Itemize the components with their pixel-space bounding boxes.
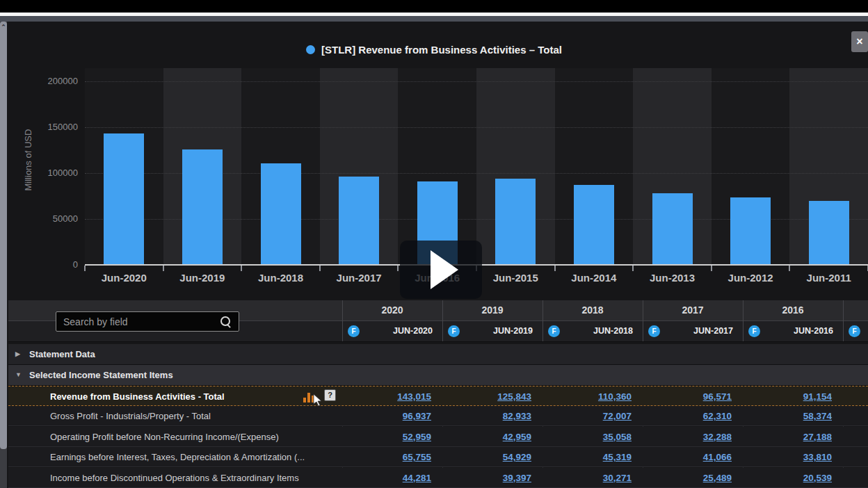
value-link[interactable]: 30,271 [542, 468, 643, 488]
year-header-2019: 2019 [442, 300, 542, 320]
table-row[interactable]: Earnings before Interest, Taxes, Depreci… [8, 447, 868, 467]
play-button[interactable] [400, 241, 482, 299]
x-tick-label: Jun-2012 [712, 272, 789, 284]
x-tick-mark [241, 266, 242, 271]
period-header-JUN-2019: JUN-2019 [442, 321, 542, 341]
selected-row-icons: ? [303, 389, 346, 407]
flag-button[interactable]: F [849, 325, 860, 337]
table-row[interactable]: Operating Profit before Non-Recurring In… [8, 427, 868, 447]
y-tick-label: 50000 [26, 213, 78, 225]
search-input[interactable] [62, 314, 214, 330]
value-link[interactable]: 143,015 [342, 387, 442, 407]
x-tick-label: Jun-2011 [790, 272, 868, 284]
value-link[interactable]: 44,281 [342, 468, 442, 488]
section-selected-income-statement-items[interactable]: ▼ Selected Income Statement Items [8, 365, 868, 386]
legend-dot-icon [306, 45, 315, 54]
year-header-2020: 2020 [342, 300, 442, 320]
x-tick-mark [84, 266, 86, 271]
bar-Jun-2014[interactable] [574, 185, 614, 265]
period-header-JUN-2016: JUN-2016 [743, 321, 843, 341]
bar-Jun-2011[interactable] [809, 201, 849, 265]
help-icon[interactable]: ? [324, 389, 336, 401]
value-link[interactable]: 82,933 [442, 406, 542, 426]
bar-Jun-2018[interactable] [261, 163, 301, 265]
value-link[interactable]: 52,959 [342, 427, 442, 447]
header-column-divider [743, 300, 744, 341]
collapsed-arrow-icon: ▶ [15, 344, 25, 364]
value-link[interactable]: 54,929 [442, 447, 542, 467]
bar-Jun-2012[interactable] [730, 197, 771, 265]
bar-Jun-2013[interactable] [652, 193, 693, 265]
chevron-up-icon[interactable]: ⌃ [0, 23, 7, 31]
expanded-arrow-icon: ▼ [15, 365, 25, 385]
x-tick-mark [319, 266, 321, 271]
row-label[interactable]: Income before Discontinued Operations & … [50, 468, 299, 488]
x-tick-mark [397, 266, 399, 271]
bar-Jun-2017[interactable] [339, 177, 379, 265]
value-link[interactable]: 45,319 [542, 447, 643, 467]
scrollbar-thumb[interactable] [0, 22, 7, 449]
search-box [56, 311, 239, 332]
value-link[interactable]: 91,154 [743, 387, 843, 407]
y-tick-label: 100000 [26, 168, 78, 179]
gridline [85, 127, 868, 128]
x-tick-mark [789, 266, 790, 271]
value-link[interactable]: 32,288 [643, 427, 743, 447]
value-link[interactable]: 96,937 [342, 406, 442, 426]
value-link[interactable]: 62,310 [643, 406, 743, 426]
row-label[interactable]: Revenue from Business Activities - Total [50, 387, 225, 407]
gridline [85, 81, 868, 82]
value-link[interactable]: 39,397 [442, 468, 542, 488]
row-label[interactable]: Gross Profit - Industrials/Property - To… [50, 406, 211, 426]
vertical-scrollbar[interactable]: ⌃ [0, 22, 7, 488]
section-statement-data[interactable]: ▶ Statement Data [8, 344, 868, 365]
period-header-JUN-2017: JUN-2017 [643, 321, 743, 341]
top-black-bar [0, 0, 868, 13]
value-link[interactable]: 25,489 [643, 468, 743, 488]
value-link[interactable]: 72,007 [542, 406, 643, 426]
x-tick-label: Jun-2017 [320, 272, 398, 284]
year-header-2016: 2016 [743, 300, 843, 320]
bar-Jun-2020[interactable] [104, 133, 144, 265]
value-link[interactable]: 96,571 [643, 387, 743, 407]
year-header-2018: 2018 [542, 300, 643, 320]
section-label: Selected Income Statement Items [29, 365, 173, 385]
value-link[interactable]: 110,360 [542, 387, 643, 407]
x-tick-mark [554, 266, 556, 271]
table-row[interactable]: Gross Profit - Industrials/Property - To… [8, 406, 868, 426]
search-icon[interactable] [220, 316, 230, 326]
table-row[interactable]: Revenue from Business Activities - Total… [8, 386, 868, 406]
header-column-divider [643, 300, 643, 341]
table-row[interactable]: Income before Discontinued Operations & … [8, 468, 868, 488]
row-label[interactable]: Earnings before Interest, Taxes, Depreci… [50, 447, 305, 467]
row-label[interactable]: Operating Profit before Non-Recurring In… [50, 427, 279, 447]
value-link[interactable]: 20,539 [743, 468, 843, 488]
chart-icon-bar [303, 398, 306, 402]
play-icon [431, 250, 458, 289]
bar-Jun-2015[interactable] [495, 179, 536, 265]
x-tick-label: Jun-2020 [85, 272, 163, 284]
app-window: ⌃ [STLR] Revenue from Business Activitie… [0, 0, 868, 488]
x-tick-mark [163, 266, 164, 271]
year-header-2017: 2017 [643, 300, 743, 320]
period-header-JUN-2018: JUN-2018 [542, 321, 643, 341]
value-link[interactable]: 65,755 [342, 447, 442, 467]
header-column-divider [442, 300, 443, 341]
value-link[interactable]: 27,188 [743, 427, 843, 447]
chart-icon-bar [307, 393, 310, 402]
bar-Jun-2019[interactable] [182, 149, 223, 265]
x-tick-label: Jun-2014 [555, 272, 633, 284]
chart-title-text: [STLR] Revenue from Business Activities … [321, 44, 562, 56]
value-link[interactable]: 33,810 [743, 447, 843, 467]
close-button[interactable]: × [851, 31, 868, 52]
y-tick-label: 200000 [26, 76, 78, 87]
value-link[interactable]: 35,058 [542, 427, 643, 447]
value-link[interactable]: 125,843 [442, 387, 542, 407]
x-tick-label: Jun-2015 [476, 272, 554, 284]
section-label: Statement Data [29, 344, 95, 364]
value-link[interactable]: 58,374 [743, 406, 843, 426]
header-column-divider [542, 300, 543, 341]
period-header-JUN-2020: JUN-2020 [342, 321, 442, 341]
value-link[interactable]: 41,066 [643, 447, 743, 467]
value-link[interactable]: 42,959 [442, 427, 542, 447]
